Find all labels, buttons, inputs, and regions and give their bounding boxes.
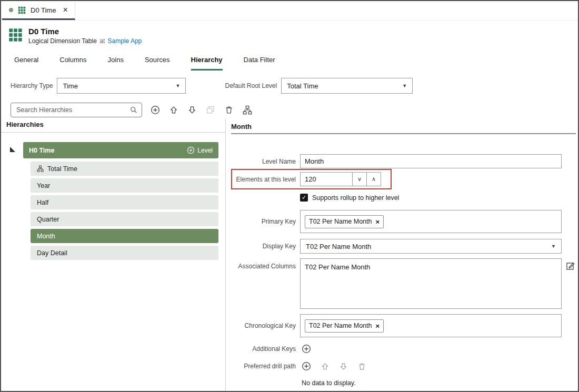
doc-tab-title: D0 Time — [31, 6, 56, 14]
delete-icon[interactable] — [356, 361, 367, 371]
document-tabstrip: D0 Time × — [1, 1, 578, 21]
hierarchies-toolbar — [11, 103, 253, 117]
default-root-level-value: Total Time — [287, 82, 318, 90]
page-title: D0 Time — [28, 27, 142, 36]
object-type-label: Logical Dimension Table — [28, 37, 97, 45]
hierarchy-level-row-day-detail[interactable]: Day Detail — [31, 246, 218, 260]
chevron-down-icon: ∨ — [357, 176, 362, 183]
tab-joins[interactable]: Joins — [108, 56, 124, 71]
edit-icon[interactable] — [566, 261, 575, 273]
chronological-key-field[interactable]: T02 Per Name Month × — [300, 314, 562, 337]
hierarchy-options-row: Hierarchy Type Time ▼ Default Root Level… — [11, 78, 413, 94]
level-detail-title: Month — [231, 123, 252, 130]
level-label: Day Detail — [37, 249, 67, 257]
default-root-level-select[interactable]: Total Time ▼ — [281, 78, 413, 94]
tab-general[interactable]: General — [14, 56, 38, 71]
level-name-input[interactable] — [300, 154, 562, 168]
rollup-checkbox[interactable]: ✓ — [300, 194, 308, 202]
associated-columns-label: Associated Columns — [231, 258, 296, 270]
logical-table-icon — [18, 6, 26, 14]
hierarchy-level-row-half[interactable]: Half — [31, 195, 218, 209]
chip-label: T02 Per Name Month — [309, 218, 372, 225]
move-up-icon[interactable] — [168, 105, 179, 115]
additional-keys-row: Additional Keys — [231, 344, 312, 354]
move-down-icon[interactable] — [187, 105, 197, 115]
hierarchy-type-select[interactable]: Time ▼ — [57, 78, 186, 94]
panel-divider — [225, 118, 226, 392]
tab-columns[interactable]: Columns — [59, 56, 86, 71]
hierarchy-view-icon[interactable] — [242, 105, 253, 115]
left-panel-rule — [1, 132, 225, 133]
page-subtitle: Logical Dimension Table at Sample App — [28, 37, 142, 45]
sample-app-link[interactable]: Sample App — [108, 37, 142, 45]
level-label: Month — [37, 233, 55, 240]
delete-icon[interactable] — [224, 105, 234, 115]
level-name-label: Level Name — [231, 158, 296, 165]
close-icon[interactable]: × — [63, 6, 67, 14]
default-root-level-label: Default Root Level — [225, 82, 277, 89]
duplicate-icon[interactable] — [205, 105, 216, 115]
chip-label: T02 Per Name Month — [309, 322, 372, 329]
add-level-button[interactable]: Level — [187, 146, 213, 154]
move-up-icon[interactable] — [320, 361, 330, 371]
add-level-label: Level — [197, 147, 213, 154]
add-hierarchy-icon[interactable] — [150, 105, 161, 115]
drill-path-toolbar — [301, 361, 367, 371]
display-key-value: T02 Per Name Month — [306, 243, 371, 250]
hierarchy-root-row[interactable]: H0 Time Level — [23, 142, 218, 158]
tab-hierarchy[interactable]: Hierarchy — [191, 56, 223, 71]
chronological-key-row: Chronological Key T02 Per Name Month × — [231, 314, 562, 337]
chevron-down-icon: ▼ — [397, 83, 407, 88]
logical-table-icon — [8, 28, 23, 45]
check-icon: ✓ — [302, 194, 306, 201]
move-down-icon[interactable] — [338, 361, 348, 371]
tab-sources[interactable]: Sources — [145, 56, 170, 71]
hierarchies-panel-title: Hierarchies — [6, 120, 44, 128]
chronological-key-chip[interactable]: T02 Per Name Month × — [305, 319, 384, 333]
level-name-row: Level Name — [231, 154, 562, 168]
elements-at-level-input[interactable] — [300, 172, 353, 186]
stepper-increment-button[interactable]: ∧ — [366, 172, 381, 186]
primary-key-chip[interactable]: T02 Per Name Month × — [305, 215, 384, 228]
elements-at-level-label: Elements at this level — [231, 176, 296, 183]
tab-data-filter[interactable]: Data Filter — [244, 56, 275, 71]
add-key-icon[interactable] — [301, 344, 312, 354]
chronological-key-label: Chronological Key — [231, 322, 296, 329]
remove-chip-icon[interactable]: × — [376, 218, 380, 226]
level-label: Total Time — [47, 165, 77, 173]
add-drill-path-icon[interactable] — [301, 361, 312, 371]
primary-key-label: Primary Key — [231, 218, 296, 225]
page-header: D0 Time Logical Dimension Table at Sampl… — [8, 27, 142, 45]
hierarchy-root-label: H0 Time — [29, 147, 54, 154]
hierarchy-level-row-quarter[interactable]: Quarter — [31, 212, 218, 226]
elements-at-level-row: Elements at this level ∨ ∧ — [231, 172, 381, 186]
chevron-up-icon: ∧ — [372, 176, 376, 183]
hierarchy-level-row-month[interactable]: Month — [31, 229, 218, 243]
level-label: Year — [37, 182, 50, 189]
rollup-label: Supports rollup to higher level — [312, 194, 399, 202]
hierarchy-type-label: Hierarchy Type — [11, 82, 53, 89]
hierarchy-level-row-year[interactable]: Year — [31, 178, 218, 193]
primary-key-field[interactable]: T02 Per Name Month × — [300, 210, 562, 233]
associated-columns-row: Associated Columns T02 Per Name Month — [231, 258, 562, 309]
no-data-message: No data to display. — [302, 379, 356, 387]
semantic-modeler-window: D0 Time × D0 Time Logical Dimension Tabl… — [0, 0, 579, 392]
display-key-select[interactable]: T02 Per Name Month ▼ — [300, 239, 562, 254]
display-key-row: Display Key T02 Per Name Month ▼ — [231, 239, 562, 254]
search-input[interactable] — [15, 106, 130, 114]
preferred-drill-path-row: Preferred drill path — [231, 361, 367, 371]
stepper-decrement-button[interactable]: ∨ — [352, 172, 367, 186]
hierarchy-level-row-total-time[interactable]: Total Time — [31, 162, 218, 176]
expand-triangle-icon[interactable] — [10, 147, 15, 152]
level-label: Half — [37, 199, 48, 206]
hierarchy-type-value: Time — [63, 82, 77, 90]
associated-columns-field[interactable]: T02 Per Name Month — [300, 258, 562, 309]
remove-chip-icon[interactable]: × — [376, 322, 380, 330]
right-panel-rule — [231, 133, 576, 134]
search-icon — [130, 106, 137, 114]
primary-key-row: Primary Key T02 Per Name Month × — [231, 210, 562, 233]
doc-tab-d0-time[interactable]: D0 Time × — [2, 2, 75, 20]
search-hierarchies-box[interactable] — [11, 103, 142, 117]
level-label: Quarter — [37, 216, 59, 223]
total-level-icon — [37, 165, 44, 172]
